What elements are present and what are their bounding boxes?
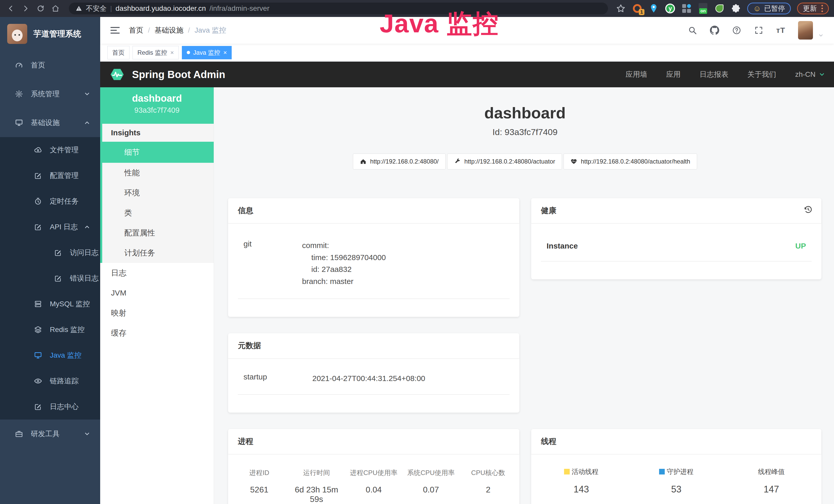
browser-menu-icon[interactable] (821, 5, 823, 12)
sidebar-item-scheduled-tasks[interactable]: 定时任务 (0, 188, 100, 214)
sidebar-item-label: 研发工具 (31, 429, 60, 439)
hamburger-icon[interactable] (110, 27, 120, 33)
sidebar-item-java-monitor[interactable]: Java 监控 (0, 343, 100, 368)
sba-menu-mappings[interactable]: 映射 (100, 303, 214, 323)
tab-close-icon[interactable]: × (223, 49, 227, 56)
sidebar-item-api-logs[interactable]: API 日志 (0, 214, 100, 240)
sba-menu-jvm[interactable]: JVM (100, 283, 214, 303)
app-logo-row[interactable]: 芋道管理系统 (0, 17, 100, 51)
breadcrumb-separator: / (188, 26, 190, 35)
extension-orange-icon[interactable]: 1 (632, 3, 642, 14)
service-url-button[interactable]: http://192.168.0.2:48080/ (353, 154, 446, 169)
sidebar-item-mysql-monitor[interactable]: MySQL 监控 (0, 291, 100, 317)
sidebar-item-config-management[interactable]: 配置管理 (0, 163, 100, 188)
process-stat-uptime: 运行时间 6d 23h 15m 59s (288, 468, 345, 504)
sidebar-item-error-logs[interactable]: 错误日志 (0, 266, 100, 291)
sba-menu-scheduled-tasks[interactable]: 计划任务 (102, 243, 214, 263)
breadcrumb-separator: / (148, 26, 150, 35)
browser-forward-button[interactable] (20, 3, 31, 14)
security-warning-icon[interactable] (75, 5, 82, 12)
sidebar-item-label: 配置管理 (50, 171, 79, 181)
font-size-icon[interactable]: ᴛT (776, 26, 785, 35)
actuator-url-button[interactable]: http://192.168.0.2:48080/actuator (447, 154, 562, 169)
sidebar-item-tracing[interactable]: 链路追踪 (0, 368, 100, 394)
browser-extensions-row: 1 y on ☺ 已暂停 更新 (616, 3, 829, 15)
sidebar-item-log-center[interactable]: 日志中心 (0, 394, 100, 419)
health-status-badge: UP (795, 242, 806, 250)
search-icon[interactable] (688, 26, 697, 35)
extensions-puzzle-icon[interactable] (731, 3, 741, 14)
sba-instance-header[interactable]: dashboard 93a3fc7f7409 (100, 87, 214, 124)
github-icon[interactable] (710, 26, 719, 35)
sidebar-item-dev-tools[interactable]: 研发工具 (0, 419, 100, 448)
sba-menu-caches[interactable]: 缓存 (100, 323, 214, 343)
sba-sidebar: dashboard 93a3fc7f7409 Insights 细节 性能 环境… (100, 87, 214, 504)
metadata-startup-row: startup 2021-04-27T00:44:31.254+08:00 (238, 372, 510, 395)
sba-nav-journal[interactable]: 日志报表 (700, 70, 728, 79)
sidebar-item-redis-monitor[interactable]: Redis 监控 (0, 317, 100, 343)
sba-section-insights[interactable]: Insights (102, 124, 214, 142)
breadcrumb-infrastructure[interactable]: 基础设施 (155, 25, 183, 35)
process-stat-process-cpu: 进程CPU使用率 0.04 (345, 468, 402, 504)
browser-back-button[interactable] (5, 3, 17, 14)
sidebar-item-system-management[interactable]: 系统管理 (0, 79, 100, 108)
metadata-card: 元数据 startup 2021-04-27T00:44:31.254+08:0… (228, 333, 519, 413)
sba-menu-classes[interactable]: 类 (102, 203, 214, 223)
sidebar-item-label: 访问日志 (70, 248, 98, 257)
avatar-caret-icon[interactable] (818, 32, 824, 38)
address-bar[interactable]: 不安全 | dashboard.yudao.iocoder.cn/infra/a… (69, 3, 608, 15)
sidebar-item-file-management[interactable]: 文件管理 (0, 137, 100, 163)
browser-reload-button[interactable] (35, 3, 46, 14)
extension-grid-icon[interactable] (681, 3, 692, 14)
edit-icon (34, 171, 42, 180)
sba-menu-metrics[interactable]: 性能 (102, 163, 214, 183)
help-icon[interactable] (732, 26, 741, 35)
health-url-label: http://192.168.0.2:48080/actuator/health (581, 158, 690, 165)
sba-nav-wallboard[interactable]: 应用墙 (626, 70, 647, 79)
sba-nav-applications[interactable]: 应用 (666, 70, 681, 79)
sba-menu-config-props[interactable]: 配置属性 (102, 223, 214, 243)
sba-language-select[interactable]: zh-CN (795, 70, 825, 78)
sidebar-item-access-logs[interactable]: 访问日志 (0, 240, 100, 266)
tab-label: 首页 (112, 48, 125, 57)
eye-icon (34, 377, 42, 385)
breadcrumb-home[interactable]: 首页 (129, 25, 143, 35)
tab-java-monitor[interactable]: Java 监控 × (182, 46, 232, 59)
breadcrumb: 首页 / 基础设施 / Java 监控 (129, 25, 226, 35)
extension-y-icon[interactable]: y (665, 3, 675, 14)
header-actions: ᴛT (688, 21, 824, 40)
bookmark-star-icon[interactable] (616, 3, 626, 14)
sidebar-item-label: 链路追踪 (50, 376, 79, 386)
annotation-java-monitor: Java 监控 (380, 7, 499, 41)
history-icon[interactable] (804, 205, 813, 214)
sba-menu-logs[interactable]: 日志 (100, 263, 214, 283)
sba-nav-about[interactable]: 关于我们 (747, 70, 776, 79)
sba-menu-details[interactable]: 细节 (100, 142, 214, 163)
browser-update-button[interactable]: 更新 (797, 3, 829, 15)
sba-nav: 应用墙 应用 日志报表 关于我们 zh-CN (626, 70, 825, 79)
url-host: dashboard.yudao.iocoder.cn (115, 4, 206, 13)
sidebar-item-infrastructure[interactable]: 基础设施 (0, 108, 100, 137)
infrastructure-submenu: 文件管理 配置管理 定时任务 API 日志 (0, 137, 100, 419)
tab-home[interactable]: 首页 (107, 46, 129, 59)
monitor-icon (15, 119, 23, 127)
sba-menu-environment[interactable]: 环境 (102, 183, 214, 203)
profile-paused-chip[interactable]: ☺ 已暂停 (747, 3, 791, 15)
extension-pin-icon[interactable] (649, 3, 659, 14)
browser-home-button[interactable] (50, 3, 61, 14)
sidebar-item-label: Java 监控 (50, 350, 82, 360)
sba-instance-id: 93a3fc7f7409 (100, 106, 214, 115)
health-instance-label: Instance (547, 242, 578, 250)
chevron-down-icon (84, 91, 90, 97)
user-avatar[interactable] (798, 21, 813, 40)
process-stats: 进程ID 5261 运行时间 6d 23h 15m 59s 进程CPU使用率 0… (228, 454, 519, 504)
tab-redis-monitor[interactable]: Redis 监控 × (133, 46, 179, 59)
fullscreen-icon[interactable] (754, 26, 763, 35)
tab-close-icon[interactable]: × (170, 49, 174, 56)
dashboard-icon (15, 61, 23, 69)
extension-on-switch-icon[interactable]: on (698, 3, 708, 14)
health-url-button[interactable]: http://192.168.0.2:48080/actuator/health (564, 154, 697, 169)
sidebar-item-home[interactable]: 首页 (0, 51, 100, 79)
security-label[interactable]: 不安全 (86, 4, 107, 13)
extension-leaf-icon[interactable] (714, 3, 725, 14)
